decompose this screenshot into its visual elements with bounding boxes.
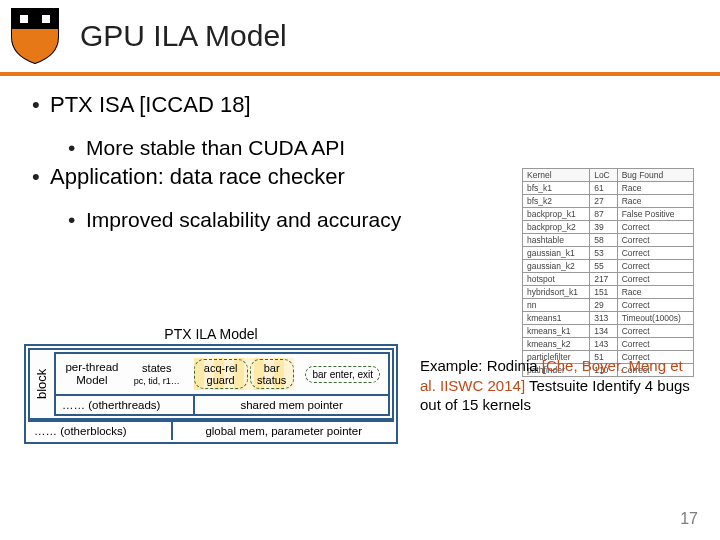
bullet-1a: More stable than CUDA API <box>68 134 720 162</box>
table-row: hybridsort_k1151Race <box>523 286 694 299</box>
bar-enter-exit-cap: bar enter, exit <box>305 366 380 383</box>
other-threads-label: …… (otherthreads) <box>56 396 193 414</box>
table-row: bfs_k227Race <box>523 195 694 208</box>
col-head: Kernel <box>523 169 590 182</box>
princeton-shield-icon <box>10 7 60 65</box>
table-row: hotspot217Correct <box>523 273 694 286</box>
svg-rect-2 <box>20 13 28 15</box>
slide-title: GPU ILA Model <box>80 19 287 53</box>
ptx-ila-diagram: PTX ILA Model block per-threadModel stat… <box>24 326 398 444</box>
table-row: kmeans_k2143Correct <box>523 338 694 351</box>
svg-rect-3 <box>42 13 50 15</box>
table-row: kmeans1313Timeout(1000s) <box>523 312 694 325</box>
table-row: gaussian_k255Correct <box>523 260 694 273</box>
table-row: hashtable58Correct <box>523 234 694 247</box>
bar-status-cap: bar status <box>250 359 294 389</box>
table-row: nn29Correct <box>523 299 694 312</box>
col-head: Bug Found <box>617 169 693 182</box>
table-row: backprop_k239Correct <box>523 221 694 234</box>
shared-mem-label: shared mem pointer <box>193 396 388 414</box>
col-head: LoC <box>590 169 618 182</box>
table-row: bfs_k161Race <box>523 182 694 195</box>
diagram-title: PTX ILA Model <box>24 326 398 342</box>
slide-header: GPU ILA Model <box>0 0 720 72</box>
per-thread-model-label: per-threadModel <box>64 361 120 386</box>
acq-rel-cap: acq-rel guard <box>194 359 248 389</box>
other-blocks-label: …… (otherblocks) <box>28 422 171 440</box>
table-row: backprop_k187False Positive <box>523 208 694 221</box>
states-label: statespc, tid, r1… <box>132 362 182 387</box>
bullet-1: PTX ISA [ICCAD 18] <box>32 90 720 120</box>
table-row: gaussian_k153Correct <box>523 247 694 260</box>
page-number: 17 <box>680 510 698 528</box>
block-label: block <box>32 352 50 416</box>
results-table: KernelLoCBug Found bfs_k161Racebfs_k227R… <box>522 168 694 377</box>
example-text: Example: Rodinia [Che, Boyer, Meng et al… <box>420 356 696 415</box>
global-mem-label: global mem, parameter pointer <box>171 422 394 440</box>
hatched-caps: acq-rel guard bar status <box>194 358 294 390</box>
table-row: kmeans_k1134Correct <box>523 325 694 338</box>
